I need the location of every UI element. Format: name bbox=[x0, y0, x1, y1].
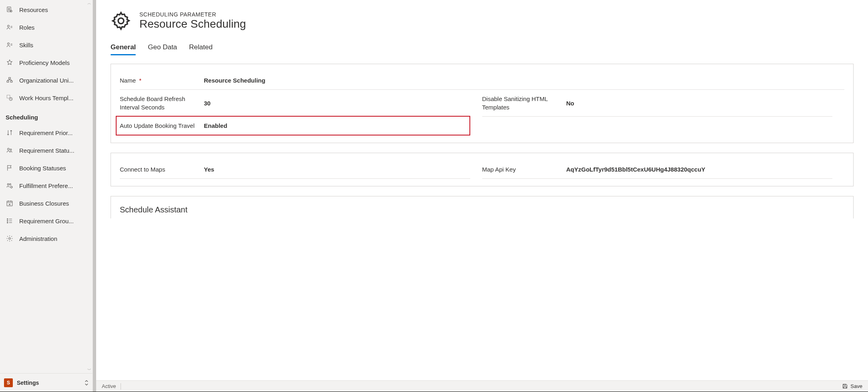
org-icon bbox=[6, 76, 14, 84]
required-icon: * bbox=[139, 77, 141, 84]
field-value-refresh[interactable]: 30 bbox=[200, 100, 470, 107]
field-label-map-api-key: Map Api Key bbox=[482, 165, 562, 174]
gear-large-icon bbox=[111, 10, 131, 31]
entity-type-label: SCHEDULING PARAMETER bbox=[139, 11, 246, 18]
sort-icon bbox=[6, 129, 14, 137]
tab-geo-data[interactable]: Geo Data bbox=[148, 41, 177, 55]
sidebar-item-work-hours-templates[interactable]: Work Hours Templ... bbox=[0, 89, 93, 107]
svg-point-14 bbox=[10, 186, 12, 188]
sidebar-item-fulfillment-prefs[interactable]: Fulfillment Prefere... bbox=[0, 177, 93, 194]
sidebar-item-label: Roles bbox=[19, 24, 34, 31]
content-scrollbar-track[interactable] bbox=[93, 0, 96, 392]
sidebar-item-skills[interactable]: Skills bbox=[0, 36, 93, 54]
sidebar-item-req-priorities[interactable]: Requirement Prior... bbox=[0, 124, 93, 141]
tab-general[interactable]: General bbox=[111, 41, 136, 55]
sidebar-item-roles[interactable]: Roles bbox=[0, 18, 93, 36]
svg-point-3 bbox=[8, 25, 10, 27]
svg-point-17 bbox=[7, 220, 8, 221]
sidebar-item-label: Administration bbox=[19, 235, 57, 242]
roles-icon bbox=[6, 23, 14, 31]
sidebar-item-label: Fulfillment Prefere... bbox=[19, 182, 73, 189]
field-value-map-api-key[interactable]: AqYzGoLfTyr9d51Bbl5tCexU6UHg4J88320qccuY bbox=[562, 166, 833, 173]
sidebar-item-label: Requirement Statu... bbox=[19, 147, 75, 154]
record-title: Resource Scheduling bbox=[139, 18, 246, 30]
record-header: SCHEDULING PARAMETER Resource Scheduling bbox=[111, 10, 854, 31]
sidebar-item-req-groups[interactable]: Requirement Grou... bbox=[0, 212, 93, 230]
calendar-x-icon bbox=[6, 199, 14, 207]
status-bar: Active Save bbox=[96, 380, 868, 392]
highlight-auto-update-travel: Auto Update Booking Travel Enabled bbox=[116, 116, 470, 135]
field-value-connect-maps[interactable]: Yes bbox=[200, 166, 470, 173]
sidebar: ︿ Resources Roles Skills bbox=[0, 0, 93, 392]
sidebar-section-scheduling: Scheduling bbox=[0, 107, 93, 124]
scroll-down-icon[interactable]: ﹀ bbox=[87, 368, 92, 372]
sidebar-item-req-statuses[interactable]: Requirement Statu... bbox=[0, 141, 93, 159]
updown-icon bbox=[85, 380, 89, 386]
tab-related[interactable]: Related bbox=[189, 41, 213, 55]
sidebar-item-label: Work Hours Templ... bbox=[19, 95, 73, 101]
svg-rect-8 bbox=[7, 95, 10, 98]
svg-rect-5 bbox=[9, 77, 11, 79]
save-icon bbox=[842, 383, 848, 389]
main-content: SCHEDULING PARAMETER Resource Scheduling… bbox=[96, 0, 868, 392]
sidebar-item-label: Requirement Grou... bbox=[19, 218, 74, 224]
save-button[interactable]: Save bbox=[842, 383, 862, 389]
skills-icon bbox=[6, 41, 14, 49]
scroll-up-icon[interactable]: ︿ bbox=[87, 1, 92, 6]
flag-icon bbox=[6, 164, 14, 172]
svg-point-12 bbox=[7, 184, 9, 185]
save-label: Save bbox=[850, 383, 862, 389]
gear-icon bbox=[6, 234, 14, 242]
field-label-connect-maps: Connect to Maps bbox=[120, 165, 200, 174]
panel-schedule-assistant: Schedule Assistant bbox=[111, 196, 854, 218]
sidebar-item-label: Booking Statuses bbox=[19, 165, 66, 172]
svg-point-18 bbox=[7, 222, 8, 223]
sidebar-item-business-closures[interactable]: Business Closures bbox=[0, 194, 93, 212]
sidebar-scroll[interactable]: Resources Roles Skills Proficiency Model… bbox=[0, 0, 93, 373]
list-icon bbox=[6, 217, 14, 225]
svg-rect-15 bbox=[7, 201, 12, 206]
svg-point-2 bbox=[8, 8, 10, 9]
people-gear-icon bbox=[6, 182, 14, 190]
svg-rect-7 bbox=[10, 81, 12, 83]
sidebar-item-label: Skills bbox=[19, 42, 33, 48]
sidebar-item-label: Organizational Uni... bbox=[19, 77, 74, 84]
panel-general: Name * Resource Scheduling Schedule Boar… bbox=[111, 64, 854, 143]
form-tabs: General Geo Data Related bbox=[111, 41, 854, 56]
star-icon bbox=[6, 59, 14, 67]
resources-icon bbox=[6, 6, 14, 14]
field-label-refresh: Schedule Board Refresh Interval Seconds bbox=[120, 95, 200, 111]
sidebar-item-proficiency-models[interactable]: Proficiency Models bbox=[0, 54, 93, 71]
field-value-auto-update[interactable]: Enabled bbox=[200, 122, 469, 129]
sidebar-item-label: Resources bbox=[19, 6, 48, 13]
svg-point-20 bbox=[118, 18, 124, 24]
sidebar-item-label: Requirement Prior... bbox=[19, 129, 73, 136]
svg-point-19 bbox=[9, 238, 11, 240]
sidebar-item-label: Business Closures bbox=[19, 200, 69, 207]
field-label-sanitize: Disable Sanitizing HTML Templates bbox=[482, 95, 562, 111]
sidebar-item-label: Proficiency Models bbox=[19, 59, 70, 66]
area-label: Settings bbox=[17, 380, 81, 386]
svg-point-16 bbox=[7, 218, 8, 219]
section-heading-schedule-assistant: Schedule Assistant bbox=[120, 204, 844, 217]
panel-maps: Connect to Maps Yes Map Api Key AqYzGoLf… bbox=[111, 153, 854, 186]
field-value-name[interactable]: Resource Scheduling bbox=[200, 77, 844, 84]
area-switcher[interactable]: S Settings bbox=[0, 373, 93, 392]
svg-rect-6 bbox=[7, 81, 9, 83]
field-value-sanitize[interactable]: No bbox=[562, 100, 833, 107]
record-state: Active bbox=[102, 383, 116, 389]
sidebar-item-administration[interactable]: Administration bbox=[0, 230, 93, 247]
svg-point-13 bbox=[10, 184, 11, 185]
sidebar-item-resources[interactable]: Resources bbox=[0, 1, 93, 18]
field-label-name: Name bbox=[120, 77, 136, 84]
clock-template-icon bbox=[6, 94, 14, 102]
divider-icon bbox=[121, 383, 121, 390]
svg-point-11 bbox=[10, 149, 12, 151]
svg-point-10 bbox=[8, 148, 10, 150]
field-label-auto-update: Auto Update Booking Travel bbox=[120, 121, 200, 130]
svg-point-4 bbox=[8, 43, 10, 45]
svg-point-1 bbox=[10, 10, 12, 12]
sidebar-item-org-units[interactable]: Organizational Uni... bbox=[0, 71, 93, 89]
area-badge: S bbox=[4, 378, 13, 387]
sidebar-item-booking-statuses[interactable]: Booking Statuses bbox=[0, 159, 93, 177]
